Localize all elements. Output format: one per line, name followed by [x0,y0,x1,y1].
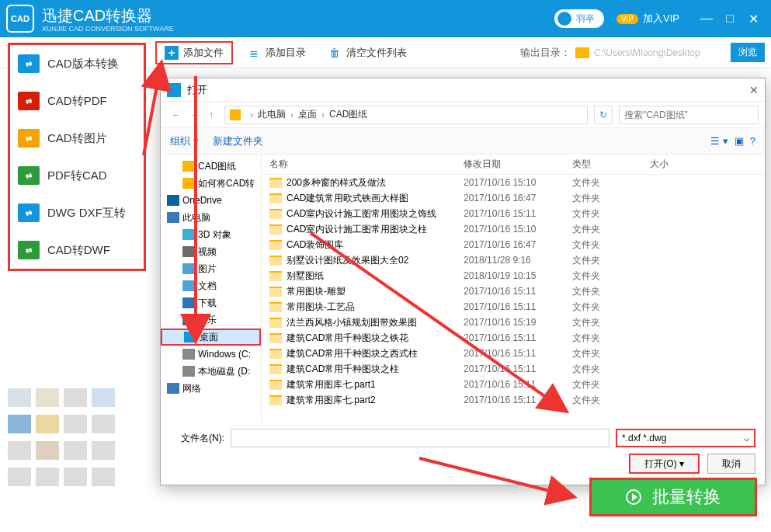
list-row[interactable]: 法兰西风格小镇规划图带效果图2017/10/16 15:19文件夹 [262,315,765,330]
output-path: C:\Users\Mloong\Desktop [594,47,726,58]
filetype-dropdown[interactable]: *.dxf *.dwg ⌵ [616,429,755,447]
col-date[interactable]: 修改日期 [464,158,572,171]
tree-node[interactable]: 下载 [161,294,261,311]
refresh-button[interactable]: ↻ [594,106,613,124]
file-name: 建筑CAD常用千种图块之西式柱 [287,347,418,360]
file-type: 文件夹 [572,207,650,221]
sidebar-item[interactable]: ⇄PDF转CAD [10,157,144,194]
list-row[interactable]: 建筑常用图库七.part12017/10/16 15:11文件夹 [262,377,765,392]
tree-node[interactable]: 桌面 [161,329,261,346]
nav-back-button[interactable]: ← [167,108,186,122]
file-name: 建筑常用图库七.part2 [287,394,376,407]
sidebar-item[interactable]: ⇄CAD转PDF [10,82,144,120]
tree-node-label: 3D 对象 [198,228,231,242]
file-name: 建筑常用图库七.part1 [287,378,376,391]
list-row[interactable]: 建筑CAD常用千种图块之铁花2017/10/16 15:11文件夹 [262,330,765,346]
new-folder-button[interactable]: 新建文件夹 [213,134,263,148]
tree-node[interactable]: CAD图纸 [161,158,261,175]
tree-node[interactable]: 音乐 [161,311,261,329]
user-pill[interactable]: 羽卒 [554,9,604,28]
maximize-button[interactable]: □ [718,12,741,26]
tree-node-label: 桌面 [200,331,218,344]
file-type: 文件夹 [572,254,650,267]
list-row[interactable]: 别墅设计图纸及效果图大全022018/11/28 9:16文件夹 [262,252,765,268]
filename-input[interactable] [231,429,610,447]
file-date: 2017/10/16 15:11 [464,286,572,297]
file-name: 常用图块-工艺品 [287,301,355,314]
file-name: CAD室内设计施工图常用图块之饰线 [287,207,436,221]
crumb-desktop[interactable]: 桌面 [298,108,317,121]
file-name: 常用图块-雕塑 [287,285,346,298]
user-name: 羽卒 [576,12,595,26]
vip-label: 加入VIP [643,12,679,26]
tree-node-label: OneDrive [182,195,222,206]
col-size[interactable]: 大小 [650,158,765,171]
crumb-folder[interactable]: CAD图纸 [329,108,367,121]
list-row[interactable]: 200多种窗的样式及做法2017/10/16 15:10文件夹 [262,175,765,190]
sidebar-item-icon: ⇄ [18,241,40,259]
tree-node[interactable]: OneDrive [161,192,261,209]
col-type[interactable]: 类型 [572,158,650,171]
tree-node[interactable]: 3D 对象 [161,226,261,243]
add-dir-button[interactable]: ≣ 添加目录 [239,43,314,63]
dialog-close-button[interactable]: ✕ [749,84,759,96]
clear-list-button[interactable]: 🗑 清空文件列表 [320,43,415,63]
organize-button[interactable]: 组织 ▾ [170,134,199,148]
search-input[interactable] [619,106,759,124]
tree-node[interactable]: 图片 [161,260,261,277]
tree-node[interactable]: 文档 [161,277,261,294]
col-name[interactable]: 名称 [262,158,464,171]
list-row[interactable]: 常用图块-雕塑2017/10/16 15:11文件夹 [262,283,765,299]
tree-node[interactable]: 如何将CAD转 [161,175,261,192]
browse-button[interactable]: 浏览 [731,43,765,62]
file-name: CAD装饰图库 [287,238,343,252]
open-button[interactable]: 打开(O) ▾ [629,454,700,474]
tree-node-label: 下载 [198,297,217,310]
file-type: 文件夹 [572,363,650,376]
folder-icon [269,240,282,250]
tree-node-icon [182,280,195,291]
tree-node[interactable]: 网络 [161,380,261,397]
file-type: 文件夹 [572,176,650,190]
list-row[interactable]: 常用图块-工艺品2017/10/16 15:11文件夹 [262,299,765,315]
plus-icon: + [165,46,179,60]
vip-button[interactable]: VIP 加入VIP [616,12,679,26]
list-row[interactable]: CAD室内设计施工图常用图块之饰线2017/10/16 15:11文件夹 [262,206,765,221]
file-date: 2017/10/16 15:11 [464,301,572,312]
view-pane-button[interactable]: ▣ [735,135,744,147]
batch-convert-button[interactable]: 批量转换 [589,478,757,516]
close-button[interactable]: ✕ [741,12,765,26]
tree-node[interactable]: 视频 [161,243,261,260]
list-row[interactable]: 建筑CAD常用千种图块之柱2017/10/16 15:11文件夹 [262,361,765,377]
nav-up-button[interactable]: ↑ [204,108,218,122]
list-row[interactable]: CAD装饰图库2017/10/16 16:47文件夹 [262,237,765,252]
sidebar-item[interactable]: ⇄CAD版本转换 [10,45,144,82]
tree-node-label: Windows (C: [198,349,251,360]
tree-node-label: 音乐 [198,314,217,327]
help-button[interactable]: ? [750,135,755,147]
tree-node-icon [182,366,195,377]
file-date: 2017/10/16 15:19 [464,317,572,328]
breadcrumb[interactable]: › 此电脑 › 桌面 › CAD图纸 [224,106,588,124]
add-file-button[interactable]: + 添加文件 [155,41,233,64]
view-mode-button[interactable]: ☰ ▾ [710,135,728,147]
tree-node[interactable]: 此电脑 [161,209,261,226]
cancel-button[interactable]: 取消 [707,454,755,474]
sidebar-item[interactable]: ⇄CAD转图片 [10,120,144,157]
list-row[interactable]: CAD建筑常用欧式铁画大样图2017/10/16 16:47文件夹 [262,190,765,206]
minimize-button[interactable]: — [695,12,718,26]
list-row[interactable]: CAD室内设计施工图常用图块之柱2017/10/16 15:10文件夹 [262,221,765,237]
folder-icon [269,287,282,297]
nav-fwd-button[interactable]: → [186,108,204,122]
tree-node[interactable]: 本地磁盘 (D: [161,363,261,380]
folder-icon [269,318,282,328]
list-row[interactable]: 别墅图纸2018/10/19 10:15文件夹 [262,268,765,283]
list-row[interactable]: 建筑常用图库七.part22017/10/16 15:11文件夹 [262,392,765,408]
tree-node[interactable]: Windows (C: [161,346,261,363]
folder-icon [269,256,282,266]
crumb-pc[interactable]: 此电脑 [258,108,286,121]
sidebar-item-icon: ⇄ [18,54,40,73]
sidebar-item[interactable]: ⇄CAD转DWF [10,231,144,269]
sidebar-item[interactable]: ⇄DWG DXF互转 [10,194,144,231]
list-row[interactable]: 建筑CAD常用千种图块之西式柱2017/10/16 15:11文件夹 [262,346,765,361]
